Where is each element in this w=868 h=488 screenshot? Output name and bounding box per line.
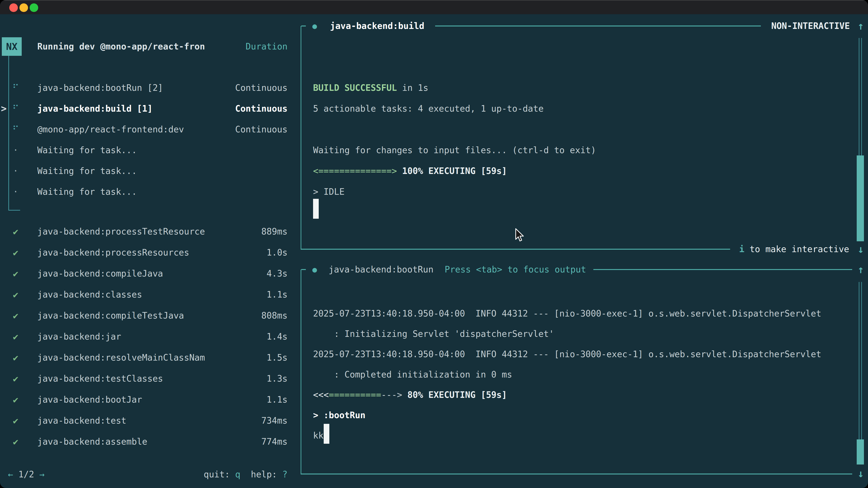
task-duration: Continuous <box>204 98 287 119</box>
stdin-input-text[interactable]: kk <box>313 425 323 446</box>
check-icon: ✔ <box>8 326 23 347</box>
task-row[interactable]: ✔ java-backend:processResources 1.0s <box>0 242 301 263</box>
spinner-icon: ⠋ <box>8 119 23 140</box>
focus-output-hint: Press <tab> to focus output <box>445 263 586 276</box>
build-successful-text: BUILD SUCCESSFUL <box>313 83 397 93</box>
task-name: java-backend:processResources <box>37 242 189 263</box>
task-name: Waiting for task... <box>37 161 137 182</box>
titlebar <box>0 0 868 14</box>
task-duration: 1.3s <box>204 368 287 389</box>
task-name: java-backend:bootJar <box>37 389 142 410</box>
task-name: java-backend:testClasses <box>37 368 163 389</box>
help-key[interactable]: ? <box>282 469 287 480</box>
task-row[interactable]: ✔ java-backend:processTestResource 889ms <box>0 221 301 242</box>
nx-logo: NX <box>2 37 22 56</box>
task-row[interactable]: ⠋ java-backend:bootRun [2] Continuous <box>0 77 301 98</box>
waiting-dot-icon: · <box>8 182 23 202</box>
task-row[interactable]: ✔ java-backend:jar 1.4s <box>0 326 301 347</box>
task-row[interactable]: · Waiting for task... <box>0 140 301 161</box>
task-name: java-backend:bootRun [2] <box>37 77 163 98</box>
bootrun-panel-scrollbar-track[interactable] <box>859 282 862 440</box>
build-panel-scrollbar-thumb[interactable] <box>857 156 864 241</box>
build-panel-border-stub <box>301 26 306 26</box>
build-panel-header-line <box>435 26 761 26</box>
scroll-up-icon[interactable]: ↑ <box>856 20 866 32</box>
task-name: java-backend:assemble <box>37 431 147 452</box>
non-interactive-badge: NON-INTERACTIVE <box>771 20 850 32</box>
waiting-for-changes-line: Waiting for changes to input files... (c… <box>313 140 596 161</box>
progress-bar-rest: ---> <box>381 390 402 400</box>
next-page-arrow-icon[interactable]: → <box>39 469 44 480</box>
scroll-up-icon[interactable]: ↑ <box>856 263 866 276</box>
prev-page-arrow-icon[interactable]: ← <box>8 469 13 480</box>
task-name: java-backend:classes <box>37 284 142 305</box>
check-icon: ✔ <box>8 347 23 368</box>
task-duration: 1.4s <box>204 326 287 347</box>
bootrun-panel-header-line <box>593 269 852 270</box>
task-row[interactable]: ✔ java-backend:testClasses 1.3s <box>0 368 301 389</box>
task-row[interactable]: ✔ java-backend:compileTestJava 808ms <box>0 305 301 326</box>
task-duration: 734ms <box>204 410 287 431</box>
check-icon: ✔ <box>8 263 23 284</box>
task-name: java-backend:jar <box>37 326 121 347</box>
check-icon: ✔ <box>8 410 23 431</box>
terminal-window: NX Running dev @mono-app/react-fron Dura… <box>0 0 868 488</box>
task-row[interactable]: ✔ java-backend:resolveMainClassNam 1.5s <box>0 347 301 368</box>
progress-bar-fill: ========== <box>329 390 381 400</box>
task-row[interactable]: ✔ java-backend:bootJar 1.1s <box>0 389 301 410</box>
task-name: java-backend:resolveMainClassNam <box>37 347 205 368</box>
quit-key[interactable]: q <box>235 469 240 480</box>
tasks-summary-line: 5 actionable tasks: 4 executed, 1 up-to-… <box>313 98 544 119</box>
bootrun-panel-scrollbar-thumb[interactable] <box>857 440 864 464</box>
spinner-icon: ⠋ <box>8 98 23 119</box>
task-name: @mono-app/react-frontend:dev <box>37 119 184 140</box>
task-row[interactable]: ✔ java-backend:compileJava 4.3s <box>0 263 301 284</box>
task-duration: 1.0s <box>204 242 287 263</box>
check-icon: ✔ <box>8 284 23 305</box>
bootrun-panel-bullet-icon: ● <box>308 263 321 276</box>
task-name: java-backend:processTestResource <box>37 221 205 242</box>
bootrun-panel-left-border <box>301 269 301 475</box>
interactive-hint-key[interactable]: i <box>739 244 744 254</box>
build-panel-title[interactable]: java-backend:build <box>330 20 424 32</box>
sidebar-title: Running dev @mono-app/react-fron <box>37 37 205 56</box>
task-name: java-backend:compileTestJava <box>37 305 184 326</box>
task-duration: 1.1s <box>204 389 287 410</box>
task-duration: Continuous <box>204 119 287 140</box>
close-button[interactable] <box>9 3 18 12</box>
task-name: java-backend:compileJava <box>37 263 163 284</box>
build-time-text: in 1s <box>397 83 428 93</box>
bootrun-panel-bottom-border <box>301 474 852 475</box>
task-row[interactable]: ✔ java-backend:classes 1.1s <box>0 284 301 305</box>
task-duration: 774ms <box>204 431 287 452</box>
sidebar-footer: ← 1/2 → quit: q help: ? <box>0 466 301 483</box>
task-row[interactable]: ⠋ @mono-app/react-frontend:dev Continuou… <box>0 119 301 140</box>
task-row-selected[interactable]: ⠋ java-backend:build [1] Continuous <box>0 98 301 119</box>
scroll-down-icon[interactable]: ↓ <box>856 243 866 256</box>
build-panel-left-border <box>301 26 301 249</box>
task-row[interactable]: ✔ java-backend:test 734ms <box>0 410 301 431</box>
build-panel-bullet-icon: ● <box>308 20 321 32</box>
check-icon: ✔ <box>8 389 23 410</box>
minimize-button[interactable] <box>20 3 28 12</box>
task-name: Waiting for task... <box>37 140 137 161</box>
page-indicator: 1/2 <box>13 469 39 480</box>
task-duration: 808ms <box>204 305 287 326</box>
check-icon: ✔ <box>8 221 23 242</box>
build-panel-scrollbar-track[interactable] <box>859 38 862 156</box>
waiting-dot-icon: · <box>8 140 23 161</box>
task-row[interactable]: ✔ java-backend:assemble 774ms <box>0 431 301 452</box>
task-duration: 4.3s <box>204 263 287 284</box>
interactive-hint-text: to make interactive <box>744 244 849 254</box>
log-line: 2025-07-23T13:40:18.950-04:00 INFO 44312… <box>313 303 821 324</box>
bootrun-task-line: > :bootRun <box>313 405 366 425</box>
waiting-dot-icon: · <box>8 161 23 182</box>
task-row[interactable]: · Waiting for task... <box>0 161 301 182</box>
maximize-button[interactable] <box>30 3 38 12</box>
bootrun-panel-title[interactable]: java-backend:bootRun <box>329 263 434 276</box>
task-tree-guide-elbow <box>8 210 20 210</box>
task-row[interactable]: · Waiting for task... <box>0 182 301 202</box>
scroll-down-icon[interactable]: ↓ <box>856 467 866 480</box>
task-duration: 1.5s <box>204 347 287 368</box>
bootrun-panel-border-stub <box>301 269 306 270</box>
